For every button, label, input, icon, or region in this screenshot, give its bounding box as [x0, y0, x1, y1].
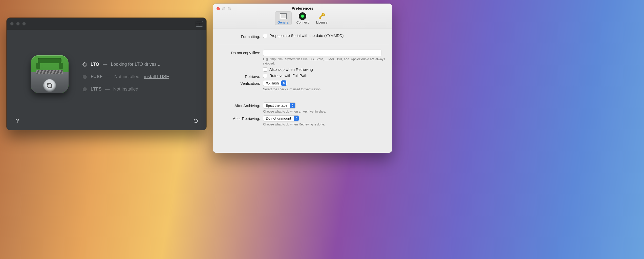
app-icon — [31, 55, 69, 93]
verification-select[interactable]: XXHash — [263, 80, 287, 86]
donotcopy-input[interactable] — [263, 50, 381, 56]
refresh-icon — [193, 118, 199, 124]
donotcopy-hint: E.g. .tmp; .xml. System files like .DS_S… — [263, 57, 385, 66]
zoom-button[interactable] — [228, 7, 231, 10]
prepopulate-label: Prepopulate Serial with the date (YYMMDD… — [269, 33, 344, 38]
status-list: LTO — Looking for LTO drives... FUSE — N… — [82, 42, 196, 130]
after-retrieving-select[interactable]: Do not unmount — [263, 115, 299, 121]
tab-connect[interactable]: Connect — [294, 11, 311, 25]
refresh-button[interactable] — [192, 117, 199, 124]
select-arrows-icon — [281, 80, 286, 86]
svg-rect-3 — [319, 18, 320, 19]
preferences-window: Preferences General Connect License — [213, 4, 392, 153]
spinner-icon — [82, 62, 87, 67]
install-fuse-link[interactable]: install FUSE — [144, 74, 169, 79]
max-dot[interactable] — [22, 22, 26, 26]
formatting-label: Formatting: — [220, 33, 260, 39]
main-window: LTO — Looking for LTO drives... FUSE — N… — [7, 18, 206, 130]
minimize-button[interactable] — [222, 7, 225, 10]
retrieve-fullpath-label: Retrieve with Full Path — [269, 73, 307, 78]
app-icon-container — [17, 42, 82, 130]
min-dot[interactable] — [16, 22, 20, 26]
prepopulate-checkbox[interactable] — [263, 34, 267, 38]
select-arrows-icon — [294, 116, 299, 121]
status-dot-icon — [82, 75, 87, 79]
alsoskip-checkbox[interactable] — [263, 67, 267, 72]
donotcopy-label: Do not copy files: — [220, 50, 260, 55]
status-row-ltfs: LTFS — Not installed — [82, 87, 196, 92]
traffic-lights — [10, 22, 26, 26]
verification-label: Verification: — [220, 80, 260, 85]
tab-general[interactable]: General — [275, 11, 292, 25]
status-text: Looking for LTO drives... — [111, 62, 160, 67]
select-arrows-icon — [290, 103, 295, 108]
help-button[interactable]: ? — [14, 117, 21, 124]
retrieve-fullpath-checkbox[interactable] — [263, 74, 267, 78]
window-title: Preferences — [213, 4, 392, 10]
verification-hint: Select the checksum used for verificatio… — [263, 87, 385, 92]
retrieve-label: Retrieve: — [220, 73, 260, 79]
prefs-tabs: General Connect License — [213, 11, 392, 25]
status-dot-icon — [82, 87, 87, 92]
prefs-titlebar[interactable]: Preferences General Connect License — [213, 4, 392, 29]
alsoskip-label: Also skip when Retrieving — [269, 67, 313, 72]
status-row-lto: LTO — Looking for LTO drives... — [82, 62, 196, 67]
svg-rect-4 — [320, 18, 321, 19]
after-archiving-label: After Archiving: — [220, 102, 260, 108]
prefs-traffic-lights — [217, 7, 231, 10]
after-archiving-select[interactable]: Eject the tape — [263, 102, 296, 109]
key-icon — [317, 12, 326, 20]
after-retrieving-label: After Retrieving: — [220, 115, 260, 121]
after-archiving-hint: Choose what to do when an Archive finish… — [263, 110, 385, 114]
layout-toggle-button[interactable] — [196, 21, 203, 27]
connect-icon — [299, 12, 306, 20]
prefs-body: Formatting: Prepopulate Serial with the … — [213, 29, 392, 153]
svg-point-1 — [323, 14, 324, 15]
status-row-fuse: FUSE — Not installed, install FUSE — [82, 74, 196, 79]
status-name: LTO — [91, 62, 99, 67]
general-icon — [280, 13, 287, 19]
close-button[interactable] — [217, 7, 220, 10]
tab-license[interactable]: License — [313, 11, 330, 25]
close-dot[interactable] — [10, 22, 14, 26]
svg-rect-2 — [319, 15, 323, 18]
after-retrieving-hint: Choose what to do when Retrieving is don… — [263, 122, 385, 127]
main-titlebar[interactable] — [7, 18, 206, 30]
desktop-background — [395, 0, 644, 259]
